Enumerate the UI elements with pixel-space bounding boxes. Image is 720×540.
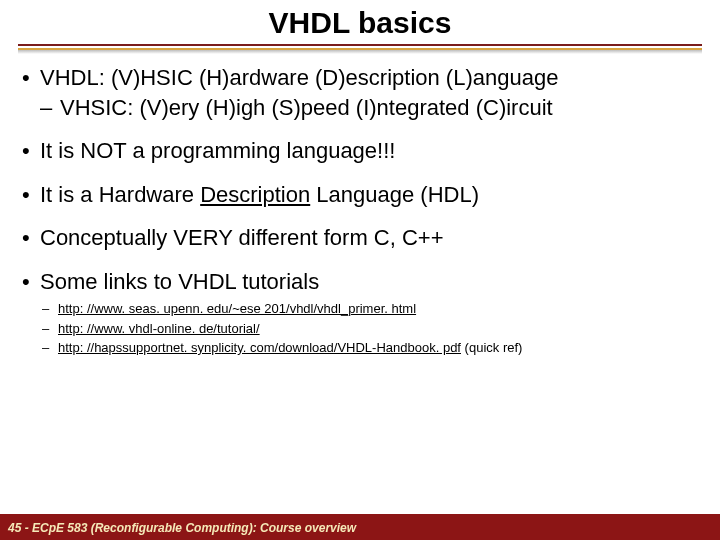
link-item-1: http: //www. seas. upenn. edu/~ese 201/v… xyxy=(40,299,702,319)
title-rule xyxy=(0,44,720,54)
bullet-not-programming: It is NOT a programming language!!! xyxy=(18,137,702,165)
slide-title: VHDL basics xyxy=(269,6,452,40)
link-note: (quick ref) xyxy=(461,340,522,355)
bullet-conceptually: Conceptually VERY different form C, C++ xyxy=(18,224,702,252)
bullet-links-intro: Some links to VHDL tutorials http: //www… xyxy=(18,268,702,358)
tutorial-link-2[interactable]: http: //www. vhdl-online. de/tutorial/ xyxy=(58,321,260,336)
subbullet-vhsic: VHSIC: (V)ery (H)igh (S)peed (I)ntegrate… xyxy=(40,94,702,122)
bullet-text: Some links to VHDL tutorials xyxy=(40,269,319,294)
bullet-text: It is NOT a programming language!!! xyxy=(40,138,395,163)
link-item-2: http: //www. vhdl-online. de/tutorial/ xyxy=(40,319,702,339)
link-item-3: http: //hapssupportnet. synplicity. com/… xyxy=(40,338,702,358)
footer-text: 45 - ECpE 583 (Reconfigurable Computing)… xyxy=(8,521,356,535)
slide: VHDL basics VHDL: (V)HSIC (H)ardware (D)… xyxy=(0,0,720,540)
footer-bar: 45 - ECpE 583 (Reconfigurable Computing)… xyxy=(0,514,720,540)
bullet-hdl: It is a Hardware Description Language (H… xyxy=(18,181,702,209)
tutorial-link-1[interactable]: http: //www. seas. upenn. edu/~ese 201/v… xyxy=(58,301,416,316)
bullet-text: VHDL: (V)HSIC (H)ardware (D)escription (… xyxy=(40,65,558,90)
bullet-vhdl-acronym: VHDL: (V)HSIC (H)ardware (D)escription (… xyxy=(18,64,702,121)
tutorial-link-3[interactable]: http: //hapssupportnet. synplicity. com/… xyxy=(58,340,461,355)
underlined-word: Description xyxy=(200,182,310,207)
bullet-text: Conceptually VERY different form C, C++ xyxy=(40,225,444,250)
title-area: VHDL basics xyxy=(0,0,720,40)
subbullet-text: VHSIC: (V)ery (H)igh (S)peed (I)ntegrate… xyxy=(60,95,553,120)
content-area: VHDL: (V)HSIC (H)ardware (D)escription (… xyxy=(0,54,720,358)
